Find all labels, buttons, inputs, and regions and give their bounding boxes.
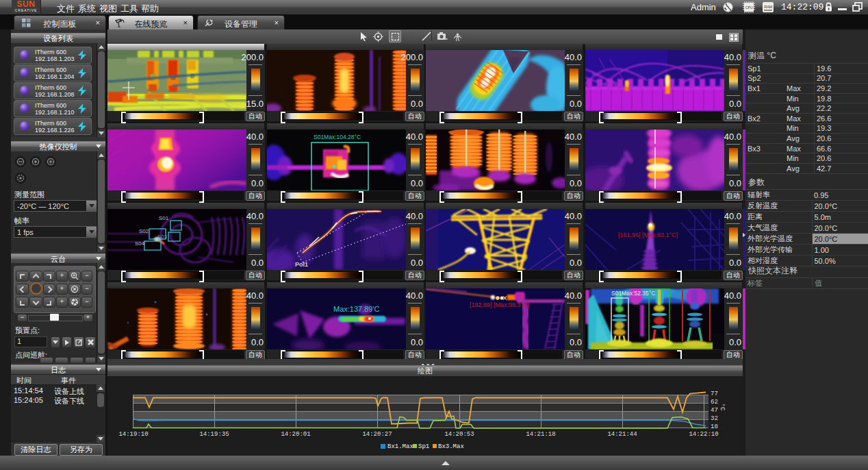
svg-text:S04: S04 [135, 240, 145, 247]
svg-text:Max:137.89'C: Max:137.89'C [333, 305, 380, 313]
svg-text:S01: S01 [159, 215, 169, 221]
svg-text:CPU: CPU [745, 5, 753, 10]
svg-text:S01Max:104.28°C: S01Max:104.28°C [314, 134, 361, 140]
svg-text:Pol1: Pol1 [295, 261, 308, 268]
svg-text:S02: S02 [139, 228, 149, 234]
svg-text:RAM: RAM [764, 5, 773, 9]
svg-text:[161,96] [Max:83.1°C]: [161,96] [Max:83.1°C] [618, 232, 678, 238]
svg-text:S03: S03 [157, 234, 168, 240]
svg-text:[182,89] [Max:98.3°C]: [182,89] [Max:98.3°C] [470, 301, 529, 308]
svg-text:S01Max:52.35°C: S01Max:52.35°C [611, 290, 655, 297]
